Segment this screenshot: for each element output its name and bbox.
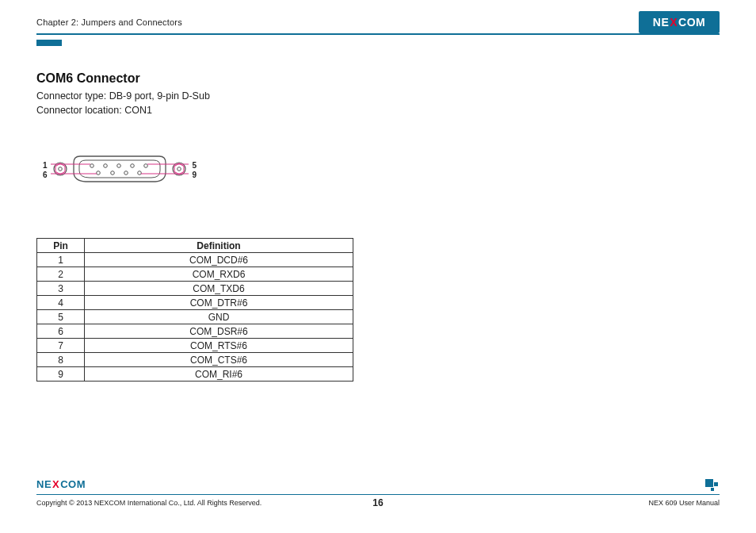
footer-rule [36, 494, 720, 495]
pin-label-9: 9 [192, 171, 197, 179]
page-number: 16 [0, 497, 756, 508]
cell-pin: 1 [37, 253, 85, 267]
cell-pin: 3 [37, 282, 85, 296]
table-row: 1COM_DCD#6 [37, 253, 353, 267]
brand-logo-bottom: NEXCOM [36, 478, 86, 490]
svg-point-14 [138, 171, 142, 175]
connector-type: Connector type: DB-9 port, 9-pin D-Sub [36, 89, 369, 103]
table-row: 4COM_DTR#6 [37, 296, 353, 310]
cell-pin: 9 [37, 367, 85, 382]
connector-location: Connector location: CON1 [36, 103, 369, 117]
pin-label-6: 6 [43, 171, 48, 179]
page-corner-icon [705, 479, 720, 490]
table-row: 9COM_RI#6 [37, 367, 353, 382]
table-header-pin: Pin [37, 239, 85, 253]
cell-definition: COM_CTS#6 [85, 353, 353, 367]
chapter-title: Chapter 2: Jumpers and Connectors [36, 17, 720, 27]
cell-definition: COM_DSR#6 [85, 324, 353, 339]
document-title: NEX 609 User Manual [648, 499, 720, 507]
cell-definition: COM_TXD6 [85, 282, 353, 296]
svg-point-8 [117, 164, 121, 168]
svg-point-10 [144, 164, 148, 168]
cell-definition: GND [85, 310, 353, 324]
db9-connector-icon [36, 147, 203, 194]
section-title: COM6 Connector [36, 71, 369, 86]
svg-point-13 [124, 171, 128, 175]
svg-point-5 [178, 167, 181, 171]
cell-pin: 5 [37, 310, 85, 324]
cell-pin: 2 [37, 267, 85, 282]
cell-definition: COM_DCD#6 [85, 253, 353, 267]
table-header-definition: Definition [85, 239, 353, 253]
cell-pin: 6 [37, 324, 85, 339]
cell-definition: COM_RI#6 [85, 367, 353, 382]
table-row: 2COM_RXD6 [37, 267, 353, 282]
pin-definition-table: Pin Definition 1COM_DCD#62COM_RXD63COM_T… [36, 238, 353, 382]
table-row: 6COM_DSR#6 [37, 324, 353, 339]
cell-definition: COM_RXD6 [85, 267, 353, 282]
pin-label-5: 5 [192, 161, 197, 170]
svg-point-9 [131, 164, 135, 168]
svg-point-7 [104, 164, 108, 168]
cell-pin: 4 [37, 296, 85, 310]
cell-definition: COM_RTS#6 [85, 339, 353, 353]
cell-pin: 8 [37, 353, 85, 367]
header-stub [36, 40, 62, 46]
header-rule [36, 33, 720, 35]
svg-point-12 [111, 171, 115, 175]
svg-point-2 [59, 167, 63, 171]
pin-label-1: 1 [43, 161, 48, 170]
cell-definition: COM_DTR#6 [85, 296, 353, 310]
connector-diagram: 1 6 5 9 [36, 147, 203, 194]
table-row: 7COM_RTS#6 [37, 339, 353, 353]
table-row: 3COM_TXD6 [37, 282, 353, 296]
brand-logo-top: NEXCOM [639, 11, 720, 33]
cell-pin: 7 [37, 339, 85, 353]
table-row: 5GND [37, 310, 353, 324]
svg-point-6 [90, 164, 94, 168]
table-row: 8COM_CTS#6 [37, 353, 353, 367]
svg-point-11 [97, 171, 101, 175]
